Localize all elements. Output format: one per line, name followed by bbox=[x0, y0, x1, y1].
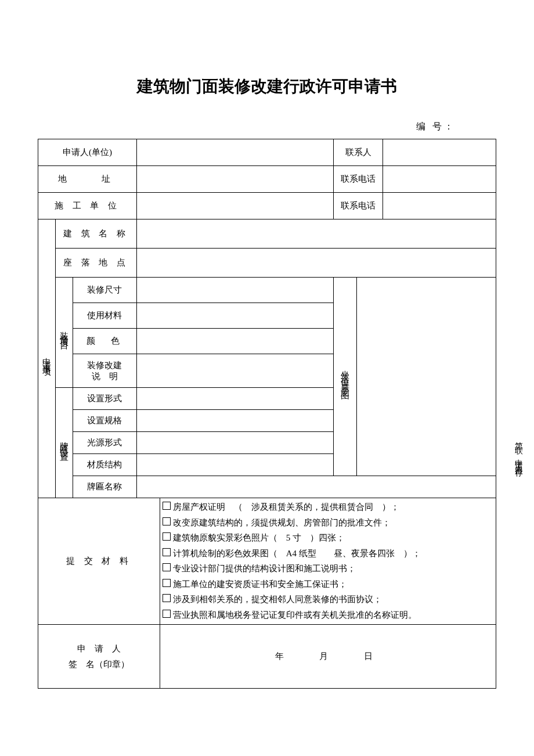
materials-list-item: 改变原建筑结构的，须提供规划、房管部门的批准文件； bbox=[163, 516, 493, 531]
checkbox-icon[interactable] bbox=[163, 548, 171, 556]
field-sign-name[interactable] bbox=[136, 476, 496, 498]
checkbox-icon[interactable] bbox=[163, 579, 171, 587]
materials-list-item-text: 施工单位的建安资质证书和安全施工保证书； bbox=[173, 577, 347, 592]
materials-list-item: 施工单位的建安资质证书和安全施工保证书； bbox=[163, 577, 493, 592]
label-color: 颜 色 bbox=[73, 329, 136, 354]
field-renov-desc[interactable] bbox=[136, 354, 333, 388]
label-contact: 联系人 bbox=[334, 139, 383, 166]
field-mat-struct[interactable] bbox=[136, 454, 333, 476]
label-light-form: 光源形式 bbox=[73, 432, 136, 454]
label-sign-name: 牌匾名称 bbox=[73, 476, 136, 498]
materials-list-item: 计算机绘制的彩色效果图（ A4 纸型 昼、夜景各四张 ）； bbox=[163, 546, 493, 561]
field-location[interactable] bbox=[136, 249, 496, 278]
label-phone2: 联系电话 bbox=[334, 193, 383, 219]
field-building-name[interactable] bbox=[136, 219, 496, 249]
checkbox-icon[interactable] bbox=[163, 532, 171, 541]
label-phone: 联系电话 bbox=[334, 166, 383, 193]
label-applicant-signature: 申 请 人 签 名（印章） bbox=[38, 625, 160, 689]
materials-list-item: 专业设计部门提供的结构设计图和施工说明书； bbox=[163, 561, 493, 577]
field-materials-used[interactable] bbox=[136, 303, 333, 329]
field-light-form[interactable] bbox=[136, 432, 333, 454]
checkbox-icon[interactable] bbox=[163, 563, 171, 571]
materials-list-item: 营业执照和属地税务登记证复印件或有关机关批准的名称证明。 bbox=[163, 608, 493, 623]
field-set-form[interactable] bbox=[136, 388, 333, 410]
materials-list-item-text: 改变原建筑结构的，须提供规划、房管部门的批准文件； bbox=[173, 516, 391, 531]
application-form-table: 申请人(单位) 联系人 地 址 联系电话 施 工 单 位 联系电话 申请事项 建… bbox=[38, 139, 496, 689]
materials-list-item: 建筑物原貌实景彩色照片（ 5 寸 ）四张； bbox=[163, 531, 493, 546]
field-builder[interactable] bbox=[136, 193, 333, 219]
label-set-form: 设置形式 bbox=[73, 388, 136, 410]
checkbox-icon[interactable] bbox=[163, 502, 171, 510]
materials-list-item-text: 计算机绘制的彩色效果图（ A4 纸型 昼、夜景各四张 ）； bbox=[173, 546, 421, 561]
label-submit-materials: 提 交 材 料 bbox=[38, 498, 160, 625]
signature-date-area[interactable]: 年 月 日 bbox=[160, 625, 496, 689]
field-phone2[interactable] bbox=[383, 193, 496, 219]
label-location-diagram: 坐落位置示意图 bbox=[334, 278, 357, 476]
materials-list-item-text: 涉及到相邻关系的，提交相邻人同意装修的书面协议； bbox=[173, 592, 382, 607]
label-location: 座 落 地 点 bbox=[55, 249, 136, 278]
label-builder: 施 工 单 位 bbox=[38, 193, 137, 219]
field-set-spec[interactable] bbox=[136, 410, 333, 432]
label-building-name: 建 筑 名 称 bbox=[55, 219, 136, 249]
label-renovation-project: 装修项目 bbox=[55, 278, 73, 388]
materials-list: 房屋产权证明 （ 涉及租赁关系的，提供租赁合同 ）；改变原建筑结构的，须提供规划… bbox=[160, 498, 496, 625]
materials-list-item: 涉及到相邻关系的，提交相邻人同意装修的书面协议； bbox=[163, 592, 493, 607]
materials-list-item-text: 营业执照和属地税务登记证复印件或有关机关批准的名称证明。 bbox=[173, 608, 417, 623]
field-phone[interactable] bbox=[383, 166, 496, 193]
checkbox-icon[interactable] bbox=[163, 594, 171, 602]
label-materials-used: 使用材料 bbox=[73, 303, 136, 329]
label-set-spec: 设置规格 bbox=[73, 410, 136, 432]
materials-list-item-text: 建筑物原貌实景彩色照片（ 5 寸 ）四张； bbox=[173, 531, 345, 546]
materials-list-item-text: 专业设计部门提供的结构设计图和施工说明书； bbox=[173, 561, 356, 577]
checkbox-icon[interactable] bbox=[163, 610, 171, 618]
materials-list-item: 房屋产权证明 （ 涉及租赁关系的，提供租赁合同 ）； bbox=[163, 500, 493, 515]
field-contact[interactable] bbox=[383, 139, 496, 166]
field-location-diagram[interactable] bbox=[357, 278, 496, 476]
side-note-copy-label: 第二联 申请人留存 bbox=[513, 435, 524, 465]
document-title: 建筑物门面装修改建行政许可申请书 bbox=[26, 75, 508, 98]
label-renov-desc: 装修改建 说 明 bbox=[73, 354, 136, 388]
label-applicant: 申请人(单位) bbox=[38, 139, 137, 166]
label-signboard-setup: 牌匾设置 bbox=[55, 388, 73, 498]
label-address: 地 址 bbox=[38, 166, 137, 193]
serial-number-label: 编 号： bbox=[26, 121, 508, 133]
field-color[interactable] bbox=[136, 329, 333, 354]
field-applicant[interactable] bbox=[136, 139, 333, 166]
label-renov-size: 装修尺寸 bbox=[73, 278, 136, 303]
label-application-matters: 申请事项 bbox=[38, 219, 56, 498]
label-mat-struct: 材质结构 bbox=[73, 454, 136, 476]
field-renov-size[interactable] bbox=[136, 278, 333, 303]
materials-list-item-text: 房屋产权证明 （ 涉及租赁关系的，提供租赁合同 ）； bbox=[173, 500, 399, 515]
field-address[interactable] bbox=[136, 166, 333, 193]
checkbox-icon[interactable] bbox=[163, 517, 171, 525]
